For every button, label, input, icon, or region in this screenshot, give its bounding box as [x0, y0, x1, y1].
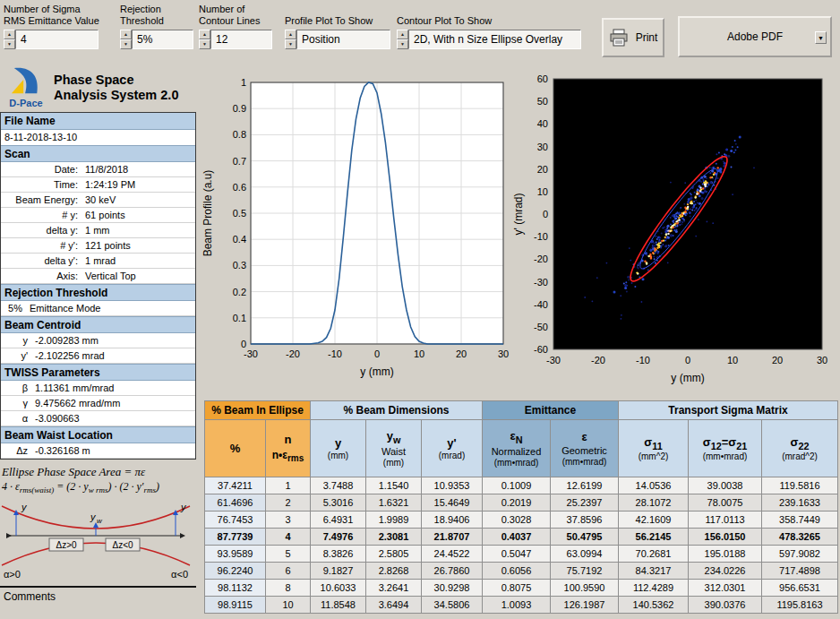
- adobe-pdf-button[interactable]: Adobe PDF ▼: [678, 16, 832, 57]
- alpha-positive-label: α>0: [4, 569, 21, 580]
- svg-text:20: 20: [537, 164, 548, 175]
- svg-text:0.1: 0.1: [233, 313, 246, 323]
- profile-plot: -30-20-10010203000.10.20.30.40.50.60.70.…: [199, 72, 510, 394]
- increment-button[interactable]: ▲: [4, 30, 15, 39]
- contour-lines-label-line2: Contour Lines: [199, 15, 261, 27]
- table-cell: 2.3081: [366, 529, 422, 546]
- rejection-spinner[interactable]: ▲ ▼ 5%: [120, 30, 193, 49]
- table-cell: 0.4037: [483, 529, 551, 546]
- sigma-spin-buttons[interactable]: ▲ ▼: [4, 30, 15, 49]
- svg-text:10: 10: [537, 186, 548, 197]
- contour-plot-value-field[interactable]: 2D, With n Size Ellipse Overlay: [408, 30, 581, 49]
- adobe-pdf-dropdown-arrow[interactable]: ▼: [815, 31, 827, 44]
- contour-plot: -30-20-100102030-60-50-40-30-20-10010203…: [510, 68, 838, 396]
- info-label: 5%: [1, 303, 28, 314]
- info-value: 11/8/2018: [83, 164, 195, 175]
- table-column-header: σ22(mrad^2): [762, 420, 838, 477]
- decrement-button[interactable]: ▼: [285, 39, 296, 49]
- info-value: -0.326168 m: [33, 445, 195, 456]
- info-value: -3.090663: [33, 413, 195, 424]
- table-cell: 1.1540: [366, 477, 422, 494]
- ellipse-area-note: Ellipse Phase Space Area = πε: [0, 460, 196, 480]
- table-cell: 4: [266, 529, 311, 546]
- decrement-button[interactable]: ▼: [199, 39, 210, 49]
- sigma-spinner[interactable]: ▲ ▼ 4: [4, 30, 99, 49]
- svg-text:0.9: 0.9: [233, 103, 246, 114]
- decrement-button[interactable]: ▼: [4, 39, 15, 49]
- increment-button[interactable]: ▲: [397, 30, 408, 39]
- info-row: delta y:1 mm: [1, 223, 195, 238]
- contour-plot-select[interactable]: ▲ ▼ 2D, With n Size Ellipse Overlay: [397, 30, 581, 49]
- table-cell: 1.9989: [366, 512, 422, 529]
- profile-plot-select[interactable]: ▲ ▼ Position: [285, 30, 390, 49]
- table-column-header: εNNormalized(mm•mrad): [483, 420, 551, 477]
- rejection-value-field[interactable]: 5%: [132, 30, 193, 49]
- info-label: α: [1, 413, 33, 424]
- contour-lines-spinner[interactable]: ▲ ▼ 12: [199, 30, 272, 49]
- info-label: Time:: [1, 179, 83, 190]
- contour-plot-background: [553, 79, 822, 349]
- contour-lines-value-field[interactable]: 12: [210, 30, 272, 49]
- increment-button[interactable]: ▲: [120, 30, 132, 39]
- info-value: 1:24:19 PM: [83, 179, 195, 190]
- svg-text:0.2: 0.2: [233, 287, 246, 297]
- table-row: 93.958958.38262.580524.45220.504763.0994…: [205, 546, 838, 563]
- svg-text:-10: -10: [328, 348, 342, 359]
- table-row: 76.745336.49311.998918.94060.302837.8596…: [205, 512, 838, 529]
- rms-emittance-formula: 4 · εrms(waist) = (2 · yw rms) · (2 · y′…: [0, 480, 196, 497]
- table-row: 61.469625.30161.632115.46490.201925.2397…: [205, 494, 838, 512]
- info-label: Date:: [1, 164, 83, 175]
- table-cell: 8: [266, 580, 311, 597]
- info-row: Time:1:24:19 PM: [1, 177, 195, 193]
- svg-text:40: 40: [537, 118, 548, 129]
- svg-text:-20: -20: [286, 348, 300, 359]
- table-cell: 2.8268: [366, 563, 422, 580]
- rejection-label-line1: Rejection: [120, 4, 164, 15]
- alpha-negative-label: α<0: [171, 569, 188, 580]
- decrement-button[interactable]: ▼: [120, 39, 132, 49]
- profile-x-axis-label: y (mm): [360, 365, 393, 378]
- svg-text:-30: -30: [546, 355, 561, 365]
- increment-button[interactable]: ▲: [199, 30, 210, 39]
- contour-lines-spin-buttons[interactable]: ▲ ▼: [199, 30, 210, 49]
- info-row: Δz-0.326168 m: [1, 443, 195, 459]
- profile-plot-spin-buttons[interactable]: ▲ ▼: [285, 30, 296, 49]
- table-cell: 12.6199: [551, 477, 619, 494]
- table-cell: 11.8548: [311, 597, 366, 614]
- table-column-header: σ11(mm^2): [619, 420, 689, 477]
- table-cell: 3.6494: [366, 597, 422, 614]
- table-cell: 42.1609: [619, 512, 689, 529]
- dz-positive-label: Δz>0: [56, 540, 77, 550]
- table-cell: 34.5806: [422, 597, 483, 614]
- profile-plot-value-field[interactable]: Position: [296, 30, 390, 49]
- sigma-value-field[interactable]: 4: [15, 30, 99, 49]
- svg-text:-60: -60: [534, 344, 548, 355]
- sidebar: D-Pace Phase Space Analysis System 2.0 F…: [0, 66, 196, 603]
- print-button-label: Print: [636, 31, 658, 44]
- info-value: 9.475662 mrad/mm: [33, 398, 195, 408]
- table-cell: 195.0188: [689, 546, 762, 563]
- table-cell: 3.2641: [366, 580, 422, 597]
- decrement-button[interactable]: ▼: [397, 39, 408, 49]
- svg-text:20: 20: [456, 348, 467, 359]
- table-cell: 0.5047: [483, 546, 551, 563]
- info-value: 1 mrad: [83, 255, 195, 266]
- table-cell: 6.4931: [311, 512, 366, 529]
- svg-text:0.6: 0.6: [233, 182, 246, 193]
- twiss-parameters-header: TWISS Parameters: [1, 364, 195, 381]
- info-label: Δz: [1, 445, 33, 456]
- table-cell: 9.1827: [311, 563, 366, 580]
- info-row: y-2.009283 mm: [1, 333, 195, 348]
- contour-plot-spin-buttons[interactable]: ▲ ▼: [397, 30, 408, 49]
- sigma-label: Number of Sigma RMS Emittance Value: [4, 4, 99, 27]
- increment-button[interactable]: ▲: [285, 30, 296, 39]
- table-cell: 390.0376: [689, 597, 762, 614]
- table-cell: 78.0075: [689, 494, 762, 512]
- svg-text:60: 60: [537, 73, 548, 84]
- table-cell: 312.0301: [689, 580, 762, 597]
- contour-y-axis-label: y' (mrad): [512, 193, 525, 236]
- rejection-spin-buttons[interactable]: ▲ ▼: [120, 30, 132, 49]
- print-button[interactable]: Print: [602, 18, 664, 57]
- table-cell: 30.9298: [422, 580, 483, 597]
- svg-text:0.4: 0.4: [233, 234, 246, 245]
